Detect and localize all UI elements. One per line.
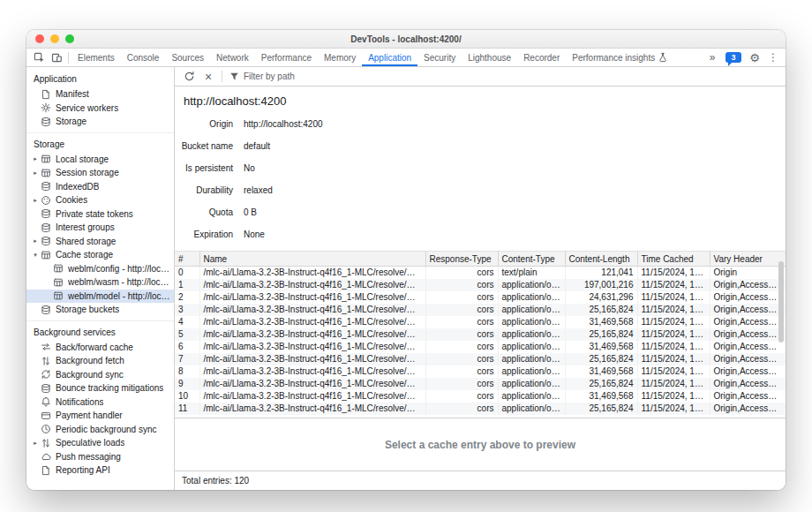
cache-entry-row[interactable]: 3/mlc-ai/Llama-3.2-3B-Instruct-q4f16_1-M…: [175, 304, 786, 316]
sidebar-item-background-fetch[interactable]: Background fetch: [26, 354, 174, 368]
sidebar-item-storage-buckets[interactable]: Storage buckets: [26, 303, 174, 317]
cache-entry-row[interactable]: 1/mlc-ai/Llama-3.2-3B-Instruct-q4f16_1-M…: [175, 279, 786, 291]
cell-vary-header: Origin,Access…: [710, 365, 786, 378]
sidebar-item-private-state-tokens[interactable]: Private state tokens: [26, 207, 174, 222]
chevron-right-icon[interactable]: ▸: [31, 169, 40, 177]
sidebar-item-shared-storage[interactable]: ▸Shared storage: [26, 235, 174, 249]
cache-entry-row[interactable]: 9/mlc-ai/Llama-3.2-3B-Instruct-q4f16_1-M…: [175, 378, 786, 390]
sidebar-item-service-workers[interactable]: Service workers: [26, 102, 174, 116]
sidebar-item-weblm-wasm-http-loca[interactable]: weblm/wasm - http://loca…: [26, 275, 174, 290]
sidebar-item-weblm-config-http-loc[interactable]: weblm/config - http://loc…: [26, 262, 174, 276]
sidebar-item-storage[interactable]: Storage: [26, 115, 174, 129]
sidebar-item-notifications[interactable]: Notifications: [26, 395, 174, 410]
sidebar-item-push-messaging[interactable]: Push messaging: [26, 450, 174, 464]
device-toolbar-icon[interactable]: [48, 49, 65, 65]
flask-icon: [658, 52, 668, 63]
sidebar-item-payment-handler[interactable]: Payment handler: [26, 409, 174, 423]
sidebar-item-session-storage[interactable]: ▸Session storage: [26, 166, 174, 180]
bell-icon: [40, 396, 51, 407]
sidebar-item-bounce-tracking-mitigations[interactable]: Bounce tracking mitigations: [26, 381, 174, 395]
chevron-right-icon[interactable]: ▸: [31, 197, 40, 204]
sidebar-item-label: Periodic background sync: [56, 425, 157, 434]
column-header-index[interactable]: #: [175, 252, 199, 267]
cell-time-cached: 11/15/2024, 10…: [637, 279, 710, 291]
sidebar-item-periodic-background-sync[interactable]: Periodic background sync: [26, 423, 174, 437]
chevron-right-icon[interactable]: ▸: [31, 440, 40, 447]
application-sidebar: ApplicationManifestService workersStorag…: [26, 67, 175, 490]
sidebar-item-back-forward-cache[interactable]: Back/forward cache: [26, 341, 174, 355]
tab-console[interactable]: Console: [121, 49, 166, 66]
table-scrollbar-thumb[interactable]: [778, 261, 784, 343]
sidebar-item-speculative-loads[interactable]: ▸Speculative loads: [26, 436, 174, 450]
grid-icon: [40, 154, 51, 164]
db-icon: [40, 208, 51, 219]
close-window-button[interactable]: [35, 34, 44, 43]
screen-background: DevTools - localhost:4200/ ElementsConso…: [0, 0, 812, 512]
cell-time-cached: 11/15/2024, 10…: [637, 365, 710, 378]
cell-response-type: cors: [425, 304, 498, 316]
cache-entry-row[interactable]: 5/mlc-ai/Llama-3.2-3B-Instruct-q4f16_1-M…: [175, 328, 786, 341]
tab-memory[interactable]: Memory: [318, 49, 362, 66]
meta-label: Quota: [180, 207, 233, 217]
column-header-content-type[interactable]: Content-Type: [498, 252, 565, 267]
cache-entry-row[interactable]: 2/mlc-ai/Llama-3.2-3B-Instruct-q4f16_1-M…: [175, 291, 786, 304]
cache-entry-row[interactable]: 10/mlc-ai/Llama-3.2-3B-Instruct-q4f16_1-…: [175, 390, 786, 403]
sync-icon: [40, 369, 51, 380]
tab-network[interactable]: Network: [210, 49, 255, 66]
tab-security[interactable]: Security: [417, 49, 462, 66]
cache-entry-row[interactable]: 4/mlc-ai/Llama-3.2-3B-Instruct-q4f16_1-M…: [175, 316, 786, 328]
db-icon: [40, 383, 51, 394]
sidebar-item-reporting-api[interactable]: Reporting API: [26, 463, 174, 478]
tab-application[interactable]: Application: [362, 49, 417, 66]
minimize-window-button[interactable]: [50, 34, 59, 43]
tab-recorder[interactable]: Recorder: [517, 49, 566, 66]
sidebar-item-weblm-model-http-loc[interactable]: weblm/model - http://loc…: [26, 290, 174, 304]
sidebar-item-label: Bounce tracking mitigations: [56, 383, 163, 393]
more-tabs-button[interactable]: »: [703, 49, 721, 65]
grid-icon: [52, 263, 64, 274]
cache-entry-row[interactable]: 0/mlc-ai/Llama-3.2-3B-Instruct-q4f16_1-M…: [175, 267, 786, 279]
chevron-down-icon[interactable]: ▾: [31, 252, 40, 259]
column-header-time-cached[interactable]: Time Cached: [637, 252, 710, 267]
sidebar-item-manifest[interactable]: Manifest: [26, 87, 174, 102]
maximize-window-button[interactable]: [65, 34, 74, 43]
column-header-name[interactable]: Name: [199, 252, 425, 267]
settings-gear-icon[interactable]: ⚙: [746, 49, 763, 65]
cache-entry-row[interactable]: 6/mlc-ai/Llama-3.2-3B-Instruct-q4f16_1-M…: [175, 341, 786, 353]
cache-entry-row[interactable]: 7/mlc-ai/Llama-3.2-3B-Instruct-q4f16_1-M…: [175, 353, 786, 365]
cache-entries-table: #NameResponse-TypeContent-TypeContent-Le…: [175, 251, 786, 415]
tab-performance-insights[interactable]: Performance insights: [566, 49, 674, 66]
cell-vary-header: Origin,Access…: [710, 304, 786, 316]
grid-icon: [52, 290, 64, 301]
filter-by-path-input[interactable]: [244, 72, 438, 81]
window-titlebar[interactable]: DevTools - localhost:4200/: [26, 30, 786, 49]
tab-sources[interactable]: Sources: [165, 49, 210, 66]
sidebar-item-background-sync[interactable]: Background sync: [26, 368, 174, 382]
cell-content-length: 25,165,824: [565, 378, 637, 390]
sidebar-item-interest-groups[interactable]: Interest groups: [26, 221, 174, 235]
tab-lighthouse[interactable]: Lighthouse: [462, 49, 517, 66]
cache-entry-row[interactable]: 8/mlc-ai/Llama-3.2-3B-Instruct-q4f16_1-M…: [175, 365, 786, 378]
cell-content-length: 25,165,824: [565, 304, 637, 316]
sidebar-item-indexeddb[interactable]: IndexedDB: [26, 180, 174, 194]
cache-entry-row[interactable]: 11/mlc-ai/Llama-3.2-3B-Instruct-q4f16_1-…: [175, 403, 786, 415]
sidebar-item-cookies[interactable]: ▸Cookies: [26, 193, 174, 207]
column-header-vary-header[interactable]: Vary Header: [710, 252, 786, 267]
chevron-right-icon[interactable]: ▸: [31, 237, 40, 245]
tab-performance[interactable]: Performance: [255, 49, 318, 66]
cell-name: /mlc-ai/Llama-3.2-3B-Instruct-q4f16_1-ML…: [199, 304, 425, 316]
kebab-menu-icon[interactable]: ⋮: [764, 49, 782, 65]
sidebar-item-label: weblm/wasm - http://loca…: [68, 277, 170, 287]
cell-response-type: cors: [425, 279, 498, 291]
delete-selected-icon[interactable]: ×: [199, 69, 217, 85]
column-header-content-length[interactable]: Content-Length: [565, 252, 637, 267]
sidebar-item-local-storage[interactable]: ▸Local storage: [26, 153, 174, 167]
console-messages-badge[interactable]: 3: [726, 52, 741, 63]
refresh-icon[interactable]: [180, 69, 198, 85]
cell-content-type: application/oc…: [498, 365, 565, 378]
chevron-right-icon[interactable]: ▸: [31, 155, 40, 162]
inspect-element-icon[interactable]: [30, 49, 48, 65]
column-header-response-type[interactable]: Response-Type: [425, 252, 498, 267]
sidebar-item-cache-storage[interactable]: ▾Cache storage: [26, 248, 174, 262]
tab-elements[interactable]: Elements: [71, 49, 121, 66]
